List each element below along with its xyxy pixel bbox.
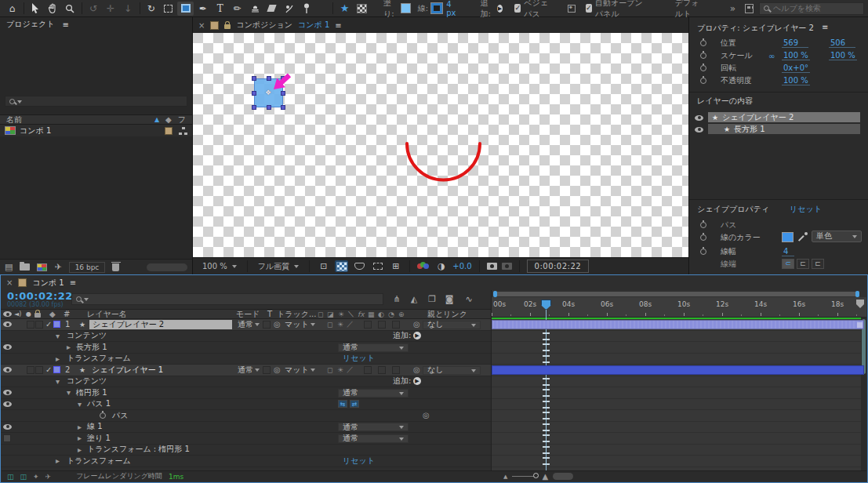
new-composition-icon[interactable] — [37, 263, 47, 271]
label-column-icon[interactable]: ◆ — [165, 115, 172, 124]
track-matte-toggle-column[interactable]: T — [267, 310, 272, 318]
color-depth-button[interactable]: 16 bpc — [69, 262, 106, 273]
region-of-interest-icon[interactable] — [371, 260, 384, 272]
track-row[interactable] — [492, 433, 866, 445]
eyedropper-icon[interactable] — [798, 232, 808, 242]
viewer-comp-name[interactable]: コンポ 1 — [298, 20, 329, 31]
shape-transform-row[interactable]: ▸ トランスフォーム : 楕円形 1 — [1, 445, 491, 456]
collapse-switch[interactable]: ◻ — [327, 319, 332, 330]
track-vertical-scrollbar[interactable] — [861, 318, 866, 470]
track-row[interactable] — [492, 422, 866, 434]
timeline-search-input[interactable] — [71, 293, 383, 305]
draft-quality-icon[interactable]: ＼ — [347, 310, 354, 318]
frame-blend-icon[interactable]: ▦ — [368, 310, 375, 318]
eye-hidden-cell[interactable] — [3, 434, 11, 442]
label-color-swatch[interactable] — [165, 127, 173, 135]
lock-cell[interactable] — [35, 366, 43, 374]
blend-mode-dropdown[interactable]: 通常 — [238, 319, 260, 330]
brush-tool-icon[interactable]: ✏ — [229, 2, 245, 16]
puppet-pin-tool-icon[interactable] — [298, 2, 314, 16]
project-search-input[interactable] — [5, 96, 187, 107]
add-content-icon[interactable]: ▶ — [413, 377, 421, 385]
project-tab[interactable]: プロジェクト — [6, 19, 54, 30]
eye-icon[interactable] — [3, 367, 12, 372]
reset-link[interactable]: リセット — [343, 456, 375, 467]
rectangle-tool-icon[interactable] — [177, 2, 194, 16]
scale-x-value[interactable]: 100 % — [782, 51, 810, 60]
trash-icon[interactable] — [112, 263, 119, 271]
mode-column-label[interactable]: モード — [236, 309, 260, 320]
project-item-comp1[interactable]: コンポ 1 — [0, 125, 192, 136]
composition-canvas[interactable]: ❖ — [193, 33, 688, 257]
exposure-value[interactable]: +0.0 — [452, 262, 471, 271]
track-row[interactable] — [492, 456, 866, 467]
stopwatch-icon[interactable] — [700, 78, 706, 84]
fx-cell[interactable] — [364, 321, 372, 329]
project-settings-icon[interactable]: ✈ — [54, 262, 61, 272]
help-search[interactable] — [759, 2, 864, 15]
rotation-value[interactable]: 0x+0° — [782, 64, 810, 73]
group-blend-dropdown[interactable]: 通常 — [338, 343, 409, 352]
new-folder-icon[interactable] — [20, 263, 30, 271]
sort-arrow-icon[interactable]: ▲ — [154, 116, 159, 123]
zoom-slider-knob[interactable] — [533, 473, 539, 478]
stroke-row[interactable]: ▸ 線 1 通常 — [1, 422, 491, 434]
audio-mute-icon[interactable]: ✦ — [33, 473, 39, 481]
layer-color-swatch[interactable] — [53, 321, 60, 328]
blend-mode-dropdown[interactable]: 通常 — [238, 365, 260, 376]
bar-out-handle[interactable] — [857, 322, 863, 328]
magnification-dropdown[interactable]: 100 % — [199, 260, 240, 273]
help-search-input[interactable] — [773, 4, 859, 13]
pick-whip-icon[interactable]: ◎ — [274, 319, 281, 330]
layer-duration-bar[interactable] — [492, 365, 864, 375]
track-row[interactable] — [492, 365, 866, 376]
layer-row[interactable]: ✓ 2 ★ シェイプレイヤー 1 通常 ◎ マット ◻ ☀ ／ ◎ なし — [1, 365, 491, 376]
fx-cell[interactable] — [364, 366, 372, 374]
eye-icon[interactable] — [3, 344, 12, 350]
position-x-value[interactable]: 569 — [782, 38, 808, 48]
auto-open-checkbox[interactable]: ✓ — [586, 4, 592, 13]
footer-slider[interactable] — [147, 263, 187, 271]
three-d-icon[interactable]: ⊕ — [398, 310, 405, 318]
grid-guides-icon[interactable]: ⊞ — [389, 260, 402, 272]
panel-menu-icon[interactable]: ≡ — [62, 20, 68, 29]
track-row[interactable] — [492, 319, 866, 331]
track-row[interactable] — [492, 342, 866, 354]
transform-handle[interactable] — [281, 105, 285, 110]
twirl-closed-icon[interactable]: ▸ — [67, 342, 71, 353]
snapshot-icon[interactable] — [487, 263, 497, 270]
zoom-slider[interactable] — [512, 476, 537, 478]
resolution-dropdown[interactable]: フル画質 — [255, 260, 302, 273]
path-direction-icon[interactable]: ⇆ — [338, 400, 347, 408]
type-column-label[interactable]: フ — [178, 114, 186, 125]
scale-y-value[interactable]: 100 % — [829, 51, 857, 60]
parent-dropdown[interactable]: なし — [423, 366, 481, 375]
layer-name-edit[interactable]: シェイプレイヤー 2 — [89, 320, 232, 329]
create-mask-toggle-icon[interactable] — [354, 2, 370, 16]
path-property-row[interactable]: パス ◎ — [1, 410, 491, 422]
eraser-tool-icon[interactable] — [263, 2, 280, 16]
opacity-label[interactable]: 不透明度 — [721, 75, 752, 86]
fill-mode-dropdown[interactable]: 単色 — [812, 231, 862, 242]
transform-row[interactable]: ▸ トランスフォーム リセット — [1, 354, 491, 365]
motion-blur-cell[interactable] — [378, 321, 386, 329]
timeline-track-area[interactable]: 00s 02s 04s 06s 08s 10s 12s 14s 16s 18s — [491, 290, 866, 470]
quality-slash[interactable]: ／ — [347, 365, 354, 376]
eye-icon[interactable] — [695, 115, 703, 121]
transform-handle[interactable] — [252, 76, 256, 81]
project-columns-header[interactable]: 名前 ▲ ◆ フ — [0, 114, 192, 125]
collapse-switch[interactable]: ◻ — [327, 365, 332, 376]
reset-link[interactable]: リセット — [343, 354, 375, 365]
twirl-open-icon[interactable]: ▾ — [56, 331, 60, 342]
stroke-color-label[interactable]: 線のカラー — [721, 232, 761, 243]
shy-icon[interactable]: ◻ — [318, 310, 323, 318]
twirl-open-icon[interactable]: ▾ — [78, 399, 82, 410]
transform-row[interactable]: ▸ トランスフォーム リセット — [1, 456, 491, 467]
navigator-end-handle[interactable] — [855, 291, 859, 297]
name-column-label[interactable]: 名前 — [6, 114, 22, 125]
lock-icon[interactable] — [224, 24, 231, 29]
parent-pick-whip-icon[interactable]: ◎ — [413, 319, 420, 330]
property-pick-whip-icon[interactable]: ◎ — [423, 410, 430, 421]
twirl-open-icon[interactable]: ▾ — [67, 387, 71, 398]
search-scope-caret[interactable] — [84, 298, 89, 303]
